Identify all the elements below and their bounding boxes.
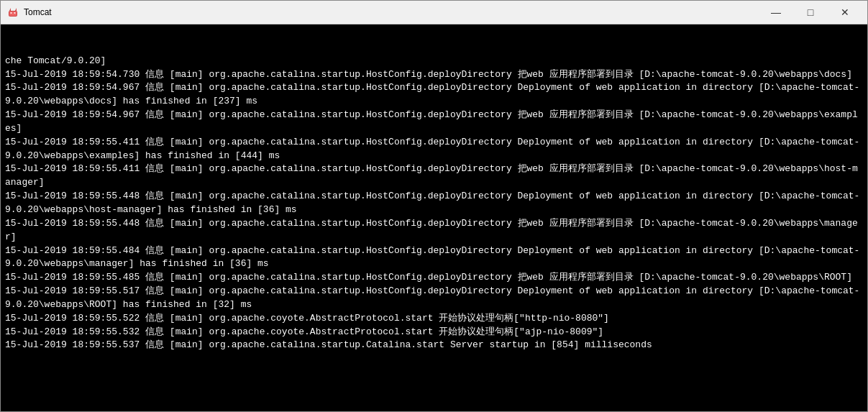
svg-marker-2 [9,8,11,11]
log-line: 15-Jul-2019 18:59:54.730 信息 [main] org.a… [5,68,863,82]
svg-point-5 [14,12,16,14]
tomcat-icon [7,6,19,18]
window-title: Tomcat [24,7,52,17]
maximize-button[interactable]: □ [794,3,827,22]
log-line: 15-Jul-2019 18:59:55.537 信息 [main] org.a… [5,339,863,352]
log-line: 15-Jul-2019 18:59:55.411 信息 [main] org.a… [5,162,863,190]
close-button[interactable]: ✕ [828,3,862,22]
title-bar-controls: — □ ✕ [759,3,862,22]
log-line: 15-Jul-2019 18:59:55.532 信息 [main] org.a… [5,326,863,339]
log-line: 15-Jul-2019 18:59:55.485 信息 [main] org.a… [5,271,863,285]
svg-marker-3 [15,8,17,11]
log-line: 15-Jul-2019 18:59:55.522 信息 [main] org.a… [5,312,863,326]
log-line: 15-Jul-2019 18:59:55.484 信息 [main] org.a… [5,244,863,272]
app-icon [6,6,19,19]
title-bar: Tomcat — □ ✕ [1,1,867,24]
main-window: Tomcat — □ ✕ che Tomcat/9.0.20]15-Jul-20… [0,0,868,412]
log-line: 15-Jul-2019 18:59:54.967 信息 [main] org.a… [5,109,863,136]
console-panel: che Tomcat/9.0.20]15-Jul-2019 18:59:54.7… [1,24,867,411]
svg-point-4 [11,12,12,14]
log-line: 15-Jul-2019 18:59:55.411 信息 [main] org.a… [5,136,863,163]
minimize-button[interactable]: — [759,3,792,22]
svg-rect-1 [9,12,17,16]
log-line: 15-Jul-2019 18:59:55.448 信息 [main] org.a… [5,217,863,244]
log-line: 15-Jul-2019 18:59:55.448 信息 [main] org.a… [5,190,863,217]
log-line: 15-Jul-2019 18:59:55.517 信息 [main] org.a… [5,285,863,312]
console-output: che Tomcat/9.0.20]15-Jul-2019 18:59:54.7… [5,27,863,352]
log-line: che Tomcat/9.0.20] [5,55,863,68]
title-bar-left: Tomcat [6,6,52,19]
log-line: 15-Jul-2019 18:59:54.967 信息 [main] org.a… [5,81,863,109]
